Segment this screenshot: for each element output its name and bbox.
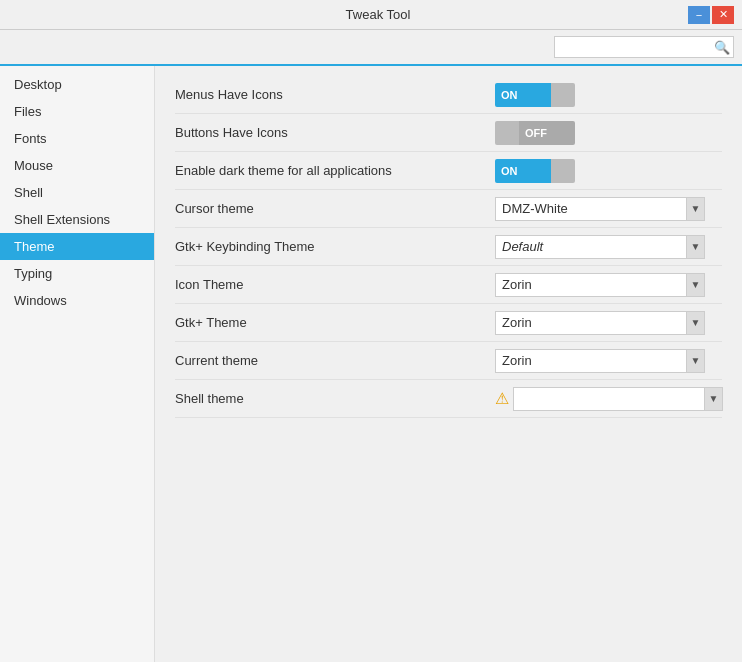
icon-theme-label: Icon Theme <box>175 277 495 292</box>
sidebar-item-files[interactable]: Files <box>0 98 154 125</box>
sidebar-item-shell-extensions[interactable]: Shell Extensions <box>0 206 154 233</box>
cursor-theme-arrow: ▼ <box>686 198 704 220</box>
main-layout: Desktop Files Fonts Mouse Shell Shell Ex… <box>0 66 742 662</box>
sidebar-item-desktop[interactable]: Desktop <box>0 71 154 98</box>
window-title: Tweak Tool <box>68 7 688 22</box>
setting-dark-theme: Enable dark theme for all applications O… <box>175 152 722 190</box>
setting-current-theme: Current theme Zorin ▼ <box>175 342 722 380</box>
gtk-theme-value: Zorin <box>496 315 686 330</box>
window-controls: − ✕ <box>688 6 734 24</box>
search-bar: 🔍 <box>0 30 742 66</box>
toggle-handle <box>551 83 575 107</box>
search-input[interactable] <box>554 36 734 58</box>
toggle-off-label: OFF <box>519 121 575 145</box>
sidebar: Desktop Files Fonts Mouse Shell Shell Ex… <box>0 66 155 662</box>
close-button[interactable]: ✕ <box>712 6 734 24</box>
setting-icon-theme: Icon Theme Zorin ▼ <box>175 266 722 304</box>
cursor-theme-control: DMZ-White ▼ <box>495 197 722 221</box>
buttons-have-icons-label: Buttons Have Icons <box>175 125 495 140</box>
sidebar-item-typing[interactable]: Typing <box>0 260 154 287</box>
gtk-theme-label: Gtk+ Theme <box>175 315 495 330</box>
search-icon: 🔍 <box>714 40 730 55</box>
toggle-handle <box>495 121 519 145</box>
icon-theme-control: Zorin ▼ <box>495 273 722 297</box>
menus-have-icons-control: ON <box>495 83 722 107</box>
gtk-keybinding-dropdown[interactable]: Default ▼ <box>495 235 705 259</box>
gtk-keybinding-arrow: ▼ <box>686 236 704 258</box>
cursor-theme-dropdown[interactable]: DMZ-White ▼ <box>495 197 705 221</box>
gtk-theme-dropdown[interactable]: Zorin ▼ <box>495 311 705 335</box>
setting-gtk-keybinding: Gtk+ Keybinding Theme Default ▼ <box>175 228 722 266</box>
icon-theme-value: Zorin <box>496 277 686 292</box>
minimize-button[interactable]: − <box>688 6 710 24</box>
buttons-have-icons-toggle[interactable]: OFF <box>495 121 575 145</box>
gtk-keybinding-value: Default <box>496 239 686 254</box>
gtk-theme-control: Zorin ▼ <box>495 311 722 335</box>
sidebar-item-shell[interactable]: Shell <box>0 179 154 206</box>
current-theme-control: Zorin ▼ <box>495 349 722 373</box>
shell-theme-dropdown[interactable]: ▼ <box>513 387 723 411</box>
sidebar-item-mouse[interactable]: Mouse <box>0 152 154 179</box>
buttons-have-icons-control: OFF <box>495 121 722 145</box>
icon-theme-dropdown[interactable]: Zorin ▼ <box>495 273 705 297</box>
setting-gtk-theme: Gtk+ Theme Zorin ▼ <box>175 304 722 342</box>
warning-icon: ⚠ <box>495 389 509 408</box>
cursor-theme-value: DMZ-White <box>496 201 686 216</box>
titlebar: Tweak Tool − ✕ <box>0 0 742 30</box>
sidebar-item-theme[interactable]: Theme <box>0 233 154 260</box>
sidebar-item-fonts[interactable]: Fonts <box>0 125 154 152</box>
dark-theme-control: ON <box>495 159 722 183</box>
menus-have-icons-toggle[interactable]: ON <box>495 83 575 107</box>
current-theme-arrow: ▼ <box>686 350 704 372</box>
dark-theme-label: Enable dark theme for all applications <box>175 163 495 178</box>
toggle-on-label: ON <box>495 83 551 107</box>
menus-have-icons-label: Menus Have Icons <box>175 87 495 102</box>
setting-menus-have-icons: Menus Have Icons ON <box>175 76 722 114</box>
setting-shell-theme: Shell theme ⚠ ▼ <box>175 380 722 418</box>
gtk-keybinding-control: Default ▼ <box>495 235 722 259</box>
dark-theme-toggle[interactable]: ON <box>495 159 575 183</box>
toggle-handle <box>551 159 575 183</box>
toggle-on-label: ON <box>495 159 551 183</box>
content-area: Menus Have Icons ON Buttons Have Icons O… <box>155 66 742 662</box>
gtk-theme-arrow: ▼ <box>686 312 704 334</box>
setting-buttons-have-icons: Buttons Have Icons OFF <box>175 114 722 152</box>
shell-theme-control: ⚠ ▼ <box>495 387 723 411</box>
setting-cursor-theme: Cursor theme DMZ-White ▼ <box>175 190 722 228</box>
search-wrap: 🔍 <box>554 36 734 58</box>
current-theme-label: Current theme <box>175 353 495 368</box>
shell-theme-label: Shell theme <box>175 391 495 406</box>
shell-theme-arrow: ▼ <box>704 388 722 410</box>
cursor-theme-label: Cursor theme <box>175 201 495 216</box>
gtk-keybinding-label: Gtk+ Keybinding Theme <box>175 239 495 254</box>
current-theme-dropdown[interactable]: Zorin ▼ <box>495 349 705 373</box>
icon-theme-arrow: ▼ <box>686 274 704 296</box>
current-theme-value: Zorin <box>496 353 686 368</box>
sidebar-item-windows[interactable]: Windows <box>0 287 154 314</box>
